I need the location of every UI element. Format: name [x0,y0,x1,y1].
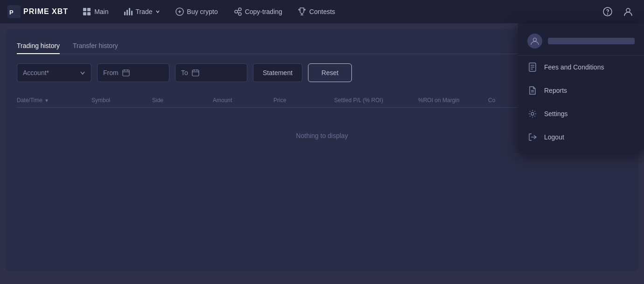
dropdown-logout[interactable]: Logout [518,125,644,149]
col-header-symbol: Symbol [91,97,152,104]
trade-arrow-icon [155,9,160,14]
avatar-icon [531,37,539,45]
svg-line-14 [238,10,239,11]
dropdown-settings[interactable]: Settings [518,102,644,125]
col-header-settled: Settled P/L (% ROI) [334,97,418,104]
fees-conditions-label: Fees and Conditions [544,63,604,71]
svg-rect-2 [83,8,86,11]
account-chevron-icon [80,70,85,76]
help-button[interactable] [599,3,616,20]
to-calendar-icon [192,69,199,76]
nav-contests-label: Contests [309,8,335,15]
svg-rect-8 [129,8,130,15]
trophy-icon [297,7,307,16]
svg-rect-3 [87,8,91,11]
empty-message: Nothing to display [296,132,348,139]
dropdown-reports[interactable]: Reports [518,79,644,102]
col-header-side: Side [152,97,213,104]
svg-rect-7 [126,10,128,15]
user-name-redacted [548,38,635,44]
nav-contests[interactable]: Contests [291,4,342,19]
col-header-roi: %ROI on Margin [418,97,488,104]
top-navigation: P PRIME XBT Main Trade Buy crypto [0,0,644,23]
receipt-icon [527,62,538,72]
svg-point-36 [531,112,534,115]
user-avatar [527,34,542,48]
col-header-price: Price [273,97,334,104]
logout-icon [527,132,538,142]
dropdown-user-row [518,27,644,55]
grid-icon [82,7,91,16]
to-date-input[interactable]: To [175,63,247,82]
svg-point-20 [626,8,630,12]
from-calendar-icon [122,69,130,76]
gear-icon [527,109,538,119]
chart-icon [123,7,133,16]
logo[interactable]: P PRIME XBT [7,5,68,18]
nav-copy-trading-label: Copy-trading [245,8,282,15]
tag-icon [175,7,184,16]
nav-copy-trading[interactable]: Copy-trading [226,4,289,19]
account-select-label: Account* [23,69,76,76]
logo-text: PRIME XBT [23,7,68,16]
settings-label: Settings [544,110,568,118]
nav-trade-label: Trade [135,8,152,15]
user-icon [623,7,633,17]
col-header-datetime[interactable]: Date/Time ▼ [17,97,91,104]
svg-point-29 [533,38,537,42]
svg-point-19 [608,14,608,14]
nav-buy-crypto-label: Buy crypto [187,8,218,15]
user-button[interactable] [620,3,637,20]
svg-rect-6 [124,12,126,15]
svg-point-11 [235,10,238,13]
svg-text:P: P [9,9,14,16]
svg-rect-25 [192,70,199,76]
logout-label: Logout [544,133,564,141]
nav-main[interactable]: Main [76,4,115,19]
nav-trade[interactable]: Trade [117,4,166,19]
datetime-sort-icon: ▼ [44,98,49,103]
svg-rect-9 [131,11,133,15]
col-header-amount: Amount [213,97,273,104]
copy-icon [233,7,242,16]
account-select[interactable]: Account* [17,63,91,82]
help-icon [602,7,613,17]
logo-icon: P [7,5,21,18]
nav-buy-crypto[interactable]: Buy crypto [168,4,224,19]
svg-rect-21 [123,70,129,76]
reset-button[interactable]: Reset [308,63,352,82]
dropdown-fees-conditions[interactable]: Fees and Conditions [518,55,644,79]
nav-main-label: Main [94,8,108,15]
statement-button[interactable]: Statement [253,63,302,82]
from-date-input[interactable]: From [97,63,169,82]
from-label: From [103,69,119,76]
svg-rect-5 [87,12,91,15]
document-icon [527,85,538,96]
user-dropdown: Fees and Conditions Reports Settings [518,23,644,152]
svg-rect-4 [83,12,86,15]
to-label: To [181,69,188,76]
svg-line-15 [238,12,239,14]
tab-trading-history[interactable]: Trading history [17,38,60,54]
nav-right [599,3,637,20]
reports-label: Reports [544,87,567,94]
tab-transfer-history[interactable]: Transfer history [73,38,118,54]
